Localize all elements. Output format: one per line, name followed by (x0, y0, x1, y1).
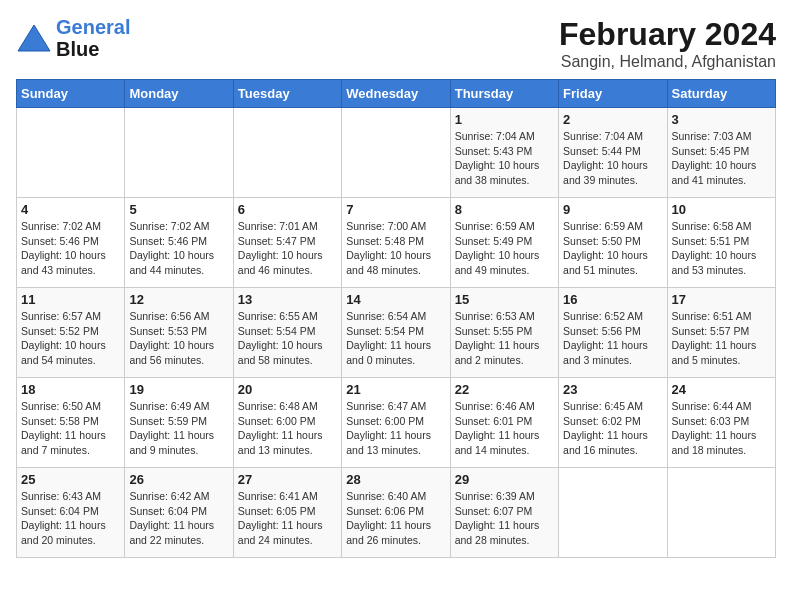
day-info: Sunrise: 6:48 AM Sunset: 6:00 PM Dayligh… (238, 399, 337, 458)
day-header-wednesday: Wednesday (342, 80, 450, 108)
calendar-cell: 24Sunrise: 6:44 AM Sunset: 6:03 PM Dayli… (667, 378, 775, 468)
day-header-tuesday: Tuesday (233, 80, 341, 108)
calendar-cell: 26Sunrise: 6:42 AM Sunset: 6:04 PM Dayli… (125, 468, 233, 558)
calendar-cell (125, 108, 233, 198)
day-info: Sunrise: 7:00 AM Sunset: 5:48 PM Dayligh… (346, 219, 445, 278)
calendar-cell: 21Sunrise: 6:47 AM Sunset: 6:00 PM Dayli… (342, 378, 450, 468)
day-info: Sunrise: 6:54 AM Sunset: 5:54 PM Dayligh… (346, 309, 445, 368)
day-info: Sunrise: 6:46 AM Sunset: 6:01 PM Dayligh… (455, 399, 554, 458)
day-info: Sunrise: 6:43 AM Sunset: 6:04 PM Dayligh… (21, 489, 120, 548)
day-info: Sunrise: 6:42 AM Sunset: 6:04 PM Dayligh… (129, 489, 228, 548)
calendar-cell: 23Sunrise: 6:45 AM Sunset: 6:02 PM Dayli… (559, 378, 667, 468)
day-number: 12 (129, 292, 228, 307)
day-number: 15 (455, 292, 554, 307)
day-header-monday: Monday (125, 80, 233, 108)
day-number: 2 (563, 112, 662, 127)
day-number: 10 (672, 202, 771, 217)
day-number: 26 (129, 472, 228, 487)
day-number: 4 (21, 202, 120, 217)
day-number: 5 (129, 202, 228, 217)
calendar-cell: 2Sunrise: 7:04 AM Sunset: 5:44 PM Daylig… (559, 108, 667, 198)
calendar-cell: 20Sunrise: 6:48 AM Sunset: 6:00 PM Dayli… (233, 378, 341, 468)
day-number: 24 (672, 382, 771, 397)
day-info: Sunrise: 6:45 AM Sunset: 6:02 PM Dayligh… (563, 399, 662, 458)
day-info: Sunrise: 7:02 AM Sunset: 5:46 PM Dayligh… (129, 219, 228, 278)
calendar-cell (667, 468, 775, 558)
day-number: 9 (563, 202, 662, 217)
calendar-cell: 27Sunrise: 6:41 AM Sunset: 6:05 PM Dayli… (233, 468, 341, 558)
day-info: Sunrise: 6:55 AM Sunset: 5:54 PM Dayligh… (238, 309, 337, 368)
svg-marker-0 (18, 25, 50, 51)
calendar-cell: 7Sunrise: 7:00 AM Sunset: 5:48 PM Daylig… (342, 198, 450, 288)
logo-icon (16, 23, 52, 53)
day-info: Sunrise: 6:58 AM Sunset: 5:51 PM Dayligh… (672, 219, 771, 278)
logo: General Blue (16, 16, 130, 60)
day-info: Sunrise: 7:04 AM Sunset: 5:43 PM Dayligh… (455, 129, 554, 188)
calendar-week-1: 1Sunrise: 7:04 AM Sunset: 5:43 PM Daylig… (17, 108, 776, 198)
day-number: 1 (455, 112, 554, 127)
logo-text: General Blue (56, 16, 130, 60)
day-number: 29 (455, 472, 554, 487)
day-header-sunday: Sunday (17, 80, 125, 108)
day-header-saturday: Saturday (667, 80, 775, 108)
calendar-cell: 9Sunrise: 6:59 AM Sunset: 5:50 PM Daylig… (559, 198, 667, 288)
calendar-cell: 25Sunrise: 6:43 AM Sunset: 6:04 PM Dayli… (17, 468, 125, 558)
calendar-cell: 10Sunrise: 6:58 AM Sunset: 5:51 PM Dayli… (667, 198, 775, 288)
calendar-cell: 3Sunrise: 7:03 AM Sunset: 5:45 PM Daylig… (667, 108, 775, 198)
calendar-cell: 15Sunrise: 6:53 AM Sunset: 5:55 PM Dayli… (450, 288, 558, 378)
calendar-cell: 4Sunrise: 7:02 AM Sunset: 5:46 PM Daylig… (17, 198, 125, 288)
day-number: 25 (21, 472, 120, 487)
day-number: 17 (672, 292, 771, 307)
day-info: Sunrise: 6:40 AM Sunset: 6:06 PM Dayligh… (346, 489, 445, 548)
calendar-table: SundayMondayTuesdayWednesdayThursdayFrid… (16, 79, 776, 558)
day-number: 27 (238, 472, 337, 487)
page-subtitle: Sangin, Helmand, Afghanistan (559, 53, 776, 71)
day-info: Sunrise: 6:49 AM Sunset: 5:59 PM Dayligh… (129, 399, 228, 458)
calendar-week-4: 18Sunrise: 6:50 AM Sunset: 5:58 PM Dayli… (17, 378, 776, 468)
day-number: 22 (455, 382, 554, 397)
calendar-cell: 19Sunrise: 6:49 AM Sunset: 5:59 PM Dayli… (125, 378, 233, 468)
day-info: Sunrise: 7:02 AM Sunset: 5:46 PM Dayligh… (21, 219, 120, 278)
day-number: 23 (563, 382, 662, 397)
calendar-cell: 16Sunrise: 6:52 AM Sunset: 5:56 PM Dayli… (559, 288, 667, 378)
day-number: 28 (346, 472, 445, 487)
calendar-cell: 11Sunrise: 6:57 AM Sunset: 5:52 PM Dayli… (17, 288, 125, 378)
day-info: Sunrise: 6:47 AM Sunset: 6:00 PM Dayligh… (346, 399, 445, 458)
day-info: Sunrise: 6:52 AM Sunset: 5:56 PM Dayligh… (563, 309, 662, 368)
day-info: Sunrise: 6:51 AM Sunset: 5:57 PM Dayligh… (672, 309, 771, 368)
day-number: 3 (672, 112, 771, 127)
day-number: 20 (238, 382, 337, 397)
day-number: 11 (21, 292, 120, 307)
day-info: Sunrise: 6:50 AM Sunset: 5:58 PM Dayligh… (21, 399, 120, 458)
calendar-cell: 18Sunrise: 6:50 AM Sunset: 5:58 PM Dayli… (17, 378, 125, 468)
calendar-cell: 22Sunrise: 6:46 AM Sunset: 6:01 PM Dayli… (450, 378, 558, 468)
calendar-week-5: 25Sunrise: 6:43 AM Sunset: 6:04 PM Dayli… (17, 468, 776, 558)
calendar-week-2: 4Sunrise: 7:02 AM Sunset: 5:46 PM Daylig… (17, 198, 776, 288)
calendar-cell (342, 108, 450, 198)
calendar-cell: 1Sunrise: 7:04 AM Sunset: 5:43 PM Daylig… (450, 108, 558, 198)
calendar-cell (233, 108, 341, 198)
day-info: Sunrise: 6:57 AM Sunset: 5:52 PM Dayligh… (21, 309, 120, 368)
day-info: Sunrise: 7:03 AM Sunset: 5:45 PM Dayligh… (672, 129, 771, 188)
day-info: Sunrise: 7:04 AM Sunset: 5:44 PM Dayligh… (563, 129, 662, 188)
day-info: Sunrise: 6:39 AM Sunset: 6:07 PM Dayligh… (455, 489, 554, 548)
calendar-cell: 8Sunrise: 6:59 AM Sunset: 5:49 PM Daylig… (450, 198, 558, 288)
calendar-cell (17, 108, 125, 198)
title-block: February 2024 Sangin, Helmand, Afghanist… (559, 16, 776, 71)
page-title: February 2024 (559, 16, 776, 53)
calendar-cell: 12Sunrise: 6:56 AM Sunset: 5:53 PM Dayli… (125, 288, 233, 378)
day-number: 13 (238, 292, 337, 307)
calendar-cell: 17Sunrise: 6:51 AM Sunset: 5:57 PM Dayli… (667, 288, 775, 378)
day-info: Sunrise: 6:56 AM Sunset: 5:53 PM Dayligh… (129, 309, 228, 368)
day-header-friday: Friday (559, 80, 667, 108)
calendar-cell: 5Sunrise: 7:02 AM Sunset: 5:46 PM Daylig… (125, 198, 233, 288)
day-number: 6 (238, 202, 337, 217)
day-number: 14 (346, 292, 445, 307)
calendar-cell: 13Sunrise: 6:55 AM Sunset: 5:54 PM Dayli… (233, 288, 341, 378)
day-info: Sunrise: 6:41 AM Sunset: 6:05 PM Dayligh… (238, 489, 337, 548)
day-number: 19 (129, 382, 228, 397)
page-header: General Blue February 2024 Sangin, Helma… (16, 16, 776, 71)
calendar-cell: 29Sunrise: 6:39 AM Sunset: 6:07 PM Dayli… (450, 468, 558, 558)
day-number: 8 (455, 202, 554, 217)
calendar-cell (559, 468, 667, 558)
